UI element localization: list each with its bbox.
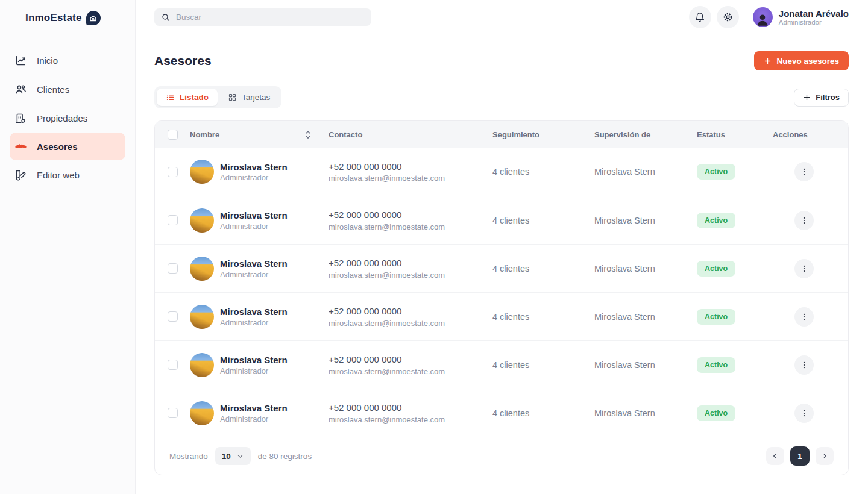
column-header-supervision: Supervisión de bbox=[594, 130, 697, 139]
sidebar-item-asesores[interactable]: Asesores bbox=[10, 133, 125, 160]
advisor-seguimiento: 4 clientes bbox=[492, 216, 594, 225]
status-badge: Activo bbox=[697, 357, 735, 373]
advisor-avatar bbox=[190, 160, 214, 184]
sort-icon bbox=[304, 130, 312, 139]
advisor-avatar bbox=[190, 401, 214, 425]
main-content: Asesores Nuevo asesores Listado bbox=[136, 34, 868, 494]
advisor-email: miroslava.stern@inmoestate.com bbox=[329, 415, 492, 424]
user-avatar bbox=[753, 7, 773, 27]
next-page-button[interactable] bbox=[816, 447, 834, 465]
filters-button[interactable]: Filtros bbox=[794, 89, 849, 107]
list-icon bbox=[166, 93, 175, 102]
row-actions-button[interactable] bbox=[794, 307, 814, 327]
row-actions-button[interactable] bbox=[794, 404, 814, 423]
table-row: Miroslava Stern Administrador +52 000 00… bbox=[155, 292, 848, 340]
sidebar-item-propiedades[interactable]: Propiedades bbox=[0, 104, 135, 133]
advisor-seguimiento: 4 clientes bbox=[492, 408, 594, 418]
table-row: Miroslava Stern Administrador +52 000 00… bbox=[155, 340, 848, 389]
advisor-supervision: Miroslava Stern bbox=[594, 408, 697, 418]
row-actions-button[interactable] bbox=[794, 355, 814, 375]
users-icon bbox=[14, 83, 27, 96]
advisor-name: Miroslava Stern bbox=[220, 258, 288, 270]
sidebar-item-editor-web[interactable]: Editor web bbox=[0, 160, 135, 189]
row-checkbox[interactable] bbox=[168, 408, 178, 418]
tab-listado[interactable]: Listado bbox=[157, 89, 218, 106]
page-size-select[interactable]: 10 bbox=[215, 447, 251, 465]
sidebar-nav: Inicio Clientes bbox=[0, 46, 135, 189]
advisor-supervision: Miroslava Stern bbox=[594, 312, 697, 322]
prev-page-button[interactable] bbox=[766, 447, 784, 465]
row-checkbox[interactable] bbox=[168, 215, 178, 225]
page-1-button[interactable]: 1 bbox=[790, 446, 810, 466]
sidebar-item-label: Clientes bbox=[37, 84, 69, 95]
records-label: de 80 registros bbox=[258, 452, 312, 461]
advisor-role: Administrador bbox=[220, 318, 288, 327]
advisor-seguimiento: 4 clientes bbox=[492, 167, 594, 177]
row-checkbox[interactable] bbox=[168, 360, 178, 370]
row-checkbox[interactable] bbox=[168, 167, 178, 177]
building-check-icon bbox=[14, 112, 27, 125]
user-name: Jonatan Arévalo bbox=[779, 8, 849, 19]
status-badge: Activo bbox=[697, 309, 735, 325]
advisor-phone: +52 000 000 0000 bbox=[329, 257, 492, 269]
column-header-nombre[interactable]: Nombre bbox=[190, 130, 329, 139]
advisor-name: Miroslava Stern bbox=[220, 402, 288, 414]
sidebar-item-inicio[interactable]: Inicio bbox=[0, 46, 135, 75]
advisor-phone: +52 000 000 0000 bbox=[329, 402, 492, 414]
brand-logo[interactable]: InmoEstate bbox=[0, 0, 135, 25]
new-advisor-button[interactable]: Nuevo asesores bbox=[754, 51, 849, 70]
table-header: Nombre Contacto Seguimiento Supervisión … bbox=[155, 121, 848, 148]
search-input[interactable] bbox=[176, 13, 365, 22]
table-row: Miroslava Stern Administrador +52 000 00… bbox=[155, 148, 848, 196]
advisor-supervision: Miroslava Stern bbox=[594, 216, 697, 225]
kebab-icon bbox=[800, 216, 808, 225]
user-menu[interactable]: Jonatan Arévalo Administrador bbox=[753, 7, 849, 27]
tab-tarjetas[interactable]: Tarjetas bbox=[219, 89, 279, 106]
status-badge: Activo bbox=[697, 261, 735, 277]
advisor-phone: +52 000 000 0000 bbox=[329, 354, 492, 366]
search-icon bbox=[161, 13, 171, 22]
advisor-phone: +52 000 000 0000 bbox=[329, 161, 492, 173]
page-title: Asesores bbox=[154, 54, 212, 68]
table-body: Miroslava Stern Administrador +52 000 00… bbox=[155, 148, 848, 437]
advisor-seguimiento: 4 clientes bbox=[492, 264, 594, 274]
sidebar-item-label: Asesores bbox=[37, 142, 78, 152]
handshake-icon bbox=[14, 140, 27, 153]
kebab-icon bbox=[800, 264, 808, 273]
sidebar: InmoEstate Inicio bbox=[0, 0, 136, 494]
advisor-email: miroslava.stern@inmoestate.com bbox=[329, 367, 492, 376]
row-checkbox[interactable] bbox=[168, 311, 178, 322]
row-actions-button[interactable] bbox=[794, 259, 814, 278]
advisors-table: Nombre Contacto Seguimiento Supervisión … bbox=[154, 120, 849, 475]
table-row: Miroslava Stern Administrador +52 000 00… bbox=[155, 389, 848, 437]
chevron-right-icon bbox=[820, 452, 829, 460]
advisor-role: Administrador bbox=[220, 366, 288, 375]
brand-name: InmoEstate bbox=[25, 12, 82, 24]
column-header-acciones: Acciones bbox=[773, 130, 848, 139]
advisor-email: miroslava.stern@inmoestate.com bbox=[329, 222, 492, 231]
search-bar bbox=[154, 8, 371, 26]
advisor-phone: +52 000 000 0000 bbox=[329, 305, 492, 317]
design-icon bbox=[14, 169, 27, 181]
advisor-avatar bbox=[190, 257, 214, 281]
advisor-seguimiento: 4 clientes bbox=[492, 360, 594, 370]
select-all-checkbox[interactable] bbox=[168, 130, 178, 140]
row-checkbox[interactable] bbox=[168, 263, 178, 274]
topbar: Jonatan Arévalo Administrador bbox=[136, 0, 868, 34]
row-actions-button[interactable] bbox=[794, 211, 814, 230]
chevron-down-icon bbox=[236, 452, 244, 460]
advisor-name: Miroslava Stern bbox=[220, 354, 288, 366]
notifications-button[interactable] bbox=[689, 6, 711, 28]
sidebar-item-label: Editor web bbox=[37, 170, 80, 180]
chart-icon bbox=[14, 54, 27, 67]
sidebar-item-clientes[interactable]: Clientes bbox=[0, 75, 135, 104]
advisor-role: Administrador bbox=[220, 270, 288, 279]
advisor-role: Administrador bbox=[220, 414, 288, 424]
settings-button[interactable] bbox=[717, 6, 739, 28]
column-header-seguimiento: Seguimiento bbox=[492, 130, 594, 139]
gear-icon bbox=[722, 11, 734, 23]
advisor-role: Administrador bbox=[220, 222, 288, 231]
advisor-supervision: Miroslava Stern bbox=[594, 167, 697, 177]
kebab-icon bbox=[800, 167, 808, 176]
row-actions-button[interactable] bbox=[794, 162, 814, 181]
